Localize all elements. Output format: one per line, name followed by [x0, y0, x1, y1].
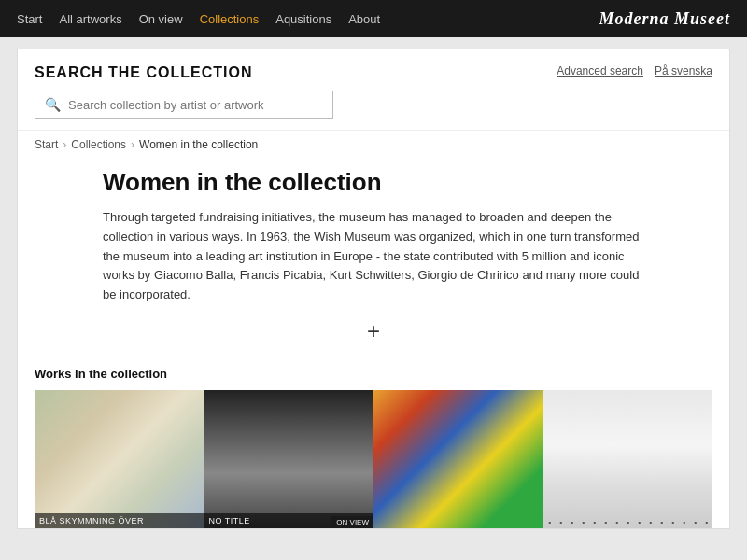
nav-all-artworks[interactable]: All artworks [59, 12, 121, 26]
main-container: SEARCH THE COLLECTION Advanced search På… [17, 49, 730, 529]
advanced-search-link[interactable]: Advanced search [557, 64, 643, 77]
artwork-card-1[interactable]: BLÅ SKYMMNING ÖVER [35, 390, 204, 528]
search-box[interactable]: 🔍 [35, 91, 333, 119]
collection-title: Women in the collection [103, 168, 644, 197]
on-view-badge-2: ON VIEW [331, 516, 374, 528]
nav-aqusitions[interactable]: Aqusitions [275, 12, 331, 26]
breadcrumb-collections[interactable]: Collections [71, 138, 126, 151]
artwork-card-2[interactable]: NO TITLE ON VIEW [204, 390, 374, 528]
search-input[interactable] [68, 98, 323, 112]
works-section: Works in the collection BLÅ SKYMMNING ÖV… [18, 367, 729, 528]
dots-pattern [543, 390, 713, 528]
expand-button[interactable]: + [103, 318, 644, 344]
breadcrumb-sep-1: › [63, 138, 66, 151]
search-links: Advanced search På svenska [557, 64, 712, 77]
breadcrumb-start[interactable]: Start [35, 138, 58, 151]
navbar: Start All artworks On view Collections A… [0, 0, 747, 37]
nav-collections[interactable]: Collections [200, 12, 260, 26]
artwork-card-4[interactable] [543, 390, 713, 528]
nav-about[interactable]: About [348, 12, 380, 26]
collection-description: Through targeted fundraising initiatives… [103, 208, 644, 305]
search-title: SEARCH THE COLLECTION [35, 64, 252, 81]
language-toggle[interactable]: På svenska [655, 64, 712, 77]
search-header-row: SEARCH THE COLLECTION Advanced search På… [35, 64, 712, 81]
nav-start[interactable]: Start [17, 12, 42, 26]
breadcrumb-current: Women in the collection [139, 138, 258, 151]
breadcrumb: Start › Collections › Women in the colle… [18, 131, 729, 159]
nav-links: Start All artworks On view Collections A… [17, 12, 380, 26]
artwork-label-1: BLÅ SKYMMNING ÖVER [35, 513, 204, 528]
artwork-card-3[interactable] [374, 390, 543, 528]
search-icon: 🔍 [45, 97, 61, 112]
search-section: SEARCH THE COLLECTION Advanced search På… [18, 49, 729, 131]
breadcrumb-sep-2: › [131, 138, 134, 151]
image-grid: BLÅ SKYMMNING ÖVER NO TITLE ON VIEW [35, 390, 712, 528]
site-logo: Moderna Museet [599, 9, 730, 29]
nav-on-view[interactable]: On view [139, 12, 183, 26]
works-title: Works in the collection [35, 367, 712, 381]
content-section: Women in the collection Through targeted… [47, 159, 700, 367]
